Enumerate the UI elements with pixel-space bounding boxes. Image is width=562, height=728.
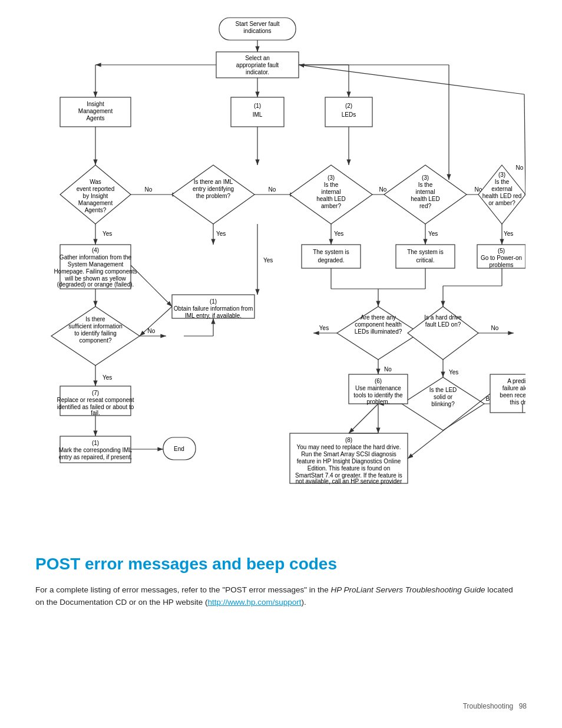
- svg-text:System Management: System Management: [68, 261, 124, 268]
- svg-text:Yes: Yes: [334, 230, 343, 237]
- svg-text:(3): (3): [422, 174, 429, 181]
- svg-text:Yes: Yes: [449, 369, 458, 375]
- svg-text:entry identifying: entry identifying: [193, 186, 234, 192]
- page-number: 98: [519, 702, 527, 710]
- svg-text:(1): (1): [92, 440, 99, 446]
- svg-line-100: [131, 265, 172, 307]
- svg-text:health LED: health LED: [411, 196, 439, 202]
- svg-text:Agents: Agents: [86, 115, 104, 121]
- svg-text:Agents?: Agents?: [85, 207, 107, 213]
- svg-text:LEDs illuminated?: LEDs illuminated?: [355, 328, 402, 335]
- svg-text:Is the LED: Is the LED: [429, 387, 457, 393]
- page-container: text { font-family: Arial, Helvetica, sa…: [0, 0, 562, 728]
- svg-text:component health: component health: [355, 321, 402, 328]
- svg-rect-59: [481, 171, 482, 172]
- svg-text:Yes: Yes: [216, 230, 226, 237]
- svg-text:No: No: [516, 164, 524, 171]
- svg-text:indicator.: indicator.: [246, 69, 269, 75]
- svg-text:health LED red: health LED red: [482, 193, 522, 199]
- svg-text:Yes: Yes: [319, 325, 329, 331]
- svg-line-180: [524, 94, 525, 195]
- svg-text:fail.: fail.: [91, 410, 100, 416]
- svg-rect-88: [396, 245, 455, 268]
- svg-text:(3): (3): [498, 172, 505, 178]
- post-book-title: HP ProLiant Servers Troubleshooting Guid…: [331, 585, 485, 594]
- svg-line-181: [299, 65, 524, 94]
- svg-text:Select an: Select an: [245, 55, 270, 61]
- svg-text:degraded.: degraded.: [318, 257, 344, 263]
- svg-text:No: No: [379, 186, 387, 193]
- svg-text:Yes: Yes: [103, 230, 112, 237]
- svg-text:No: No: [145, 186, 153, 193]
- svg-line-145: [349, 404, 378, 433]
- svg-text:(2): (2): [345, 103, 352, 109]
- svg-text:Is a hard drive: Is a hard drive: [424, 314, 462, 321]
- svg-text:Gather information from the: Gather information from the: [59, 254, 132, 261]
- svg-text:(7): (7): [92, 390, 99, 396]
- svg-text:tools to identify the: tools to identify the: [353, 392, 403, 398]
- svg-text:internal: internal: [322, 189, 341, 195]
- svg-text:(3): (3): [328, 174, 335, 181]
- svg-text:Go to Power-on: Go to Power-on: [481, 255, 522, 261]
- svg-line-158: [140, 307, 172, 336]
- svg-text:not available, call an HP serv: not available, call an HP service provid…: [296, 478, 402, 485]
- svg-text:Yes: Yes: [103, 374, 112, 381]
- post-body: For a complete listing of error messages…: [35, 584, 518, 609]
- svg-text:this drive.: this drive.: [510, 399, 525, 406]
- svg-text:event reported: event reported: [77, 186, 115, 192]
- flowchart-svg: text { font-family: Arial, Helvetica, sa…: [35, 12, 527, 531]
- svg-text:No: No: [148, 328, 156, 334]
- svg-text:Mark the corresponding IML: Mark the corresponding IML: [59, 447, 133, 453]
- svg-text:component?: component?: [79, 337, 111, 344]
- svg-text:End: End: [174, 446, 184, 452]
- svg-text:IML: IML: [253, 111, 263, 118]
- svg-text:Edition. This feature is found: Edition. This feature is found on: [308, 465, 390, 472]
- svg-text:solid or: solid or: [434, 394, 453, 400]
- post-section: POST error messages and beep codes For a…: [35, 548, 527, 609]
- svg-text:LEDs: LEDs: [342, 111, 356, 118]
- svg-text:Is the: Is the: [418, 182, 433, 188]
- flowchart-diagram: text { font-family: Arial, Helvetica, sa…: [37, 12, 525, 531]
- svg-text:IML entry, if available.: IML entry, if available.: [185, 312, 242, 319]
- svg-text:external: external: [491, 186, 513, 192]
- svg-text:been received for: been received for: [500, 392, 525, 398]
- svg-text:Use maintenance: Use maintenance: [355, 385, 401, 391]
- svg-text:No: No: [384, 366, 392, 373]
- svg-text:problems: problems: [489, 262, 513, 268]
- svg-text:(1): (1): [254, 103, 261, 109]
- svg-text:failure alert has: failure alert has: [503, 385, 525, 391]
- svg-text:Start Server fault: Start Server fault: [235, 21, 279, 27]
- svg-text:A predictive: A predictive: [507, 378, 525, 384]
- svg-text:health LED: health LED: [316, 196, 345, 202]
- svg-text:(6): (6): [375, 378, 382, 384]
- footer-section-label: Troubleshooting: [463, 702, 514, 710]
- post-title: POST error messages and beep codes: [35, 554, 527, 574]
- svg-text:or amber?: or amber?: [488, 200, 515, 206]
- svg-text:Management: Management: [78, 200, 113, 206]
- svg-text:Obtain failure information fro: Obtain failure information from: [174, 305, 253, 312]
- svg-text:indications: indications: [243, 28, 271, 34]
- svg-text:appropriate fault: appropriate fault: [236, 62, 279, 68]
- post-body-prefix: For a complete listing of error messages…: [35, 585, 331, 594]
- svg-text:Is there: Is there: [85, 316, 105, 322]
- svg-text:internal: internal: [416, 189, 435, 195]
- svg-text:the problem?: the problem?: [196, 193, 231, 199]
- svg-text:(8): (8): [345, 437, 352, 443]
- svg-rect-85: [302, 245, 361, 268]
- svg-text:Is the: Is the: [324, 182, 339, 188]
- svg-text:red?: red?: [419, 203, 431, 209]
- svg-text:blinking?: blinking?: [431, 401, 455, 407]
- svg-text:Yes: Yes: [504, 230, 513, 237]
- svg-text:entry as repaired, if present.: entry as repaired, if present.: [59, 454, 133, 460]
- svg-text:(4): (4): [92, 247, 99, 253]
- flowchart-area: text { font-family: Arial, Helvetica, sa…: [35, 12, 527, 531]
- svg-text:(5): (5): [498, 248, 505, 254]
- svg-text:No: No: [269, 186, 276, 193]
- svg-text:amber?: amber?: [321, 203, 341, 209]
- svg-text:Replace or reseat component: Replace or reseat component: [57, 397, 134, 403]
- svg-text:Are there any: Are there any: [361, 314, 396, 321]
- svg-text:(1): (1): [210, 298, 217, 305]
- svg-text:No: No: [491, 325, 499, 331]
- page-footer: Troubleshooting 98: [463, 702, 527, 710]
- post-link[interactable]: http://www.hp.com/support: [207, 598, 301, 607]
